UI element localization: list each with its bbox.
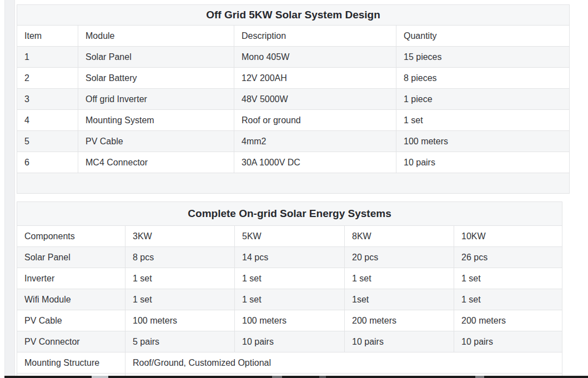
product-description-page: Off Grid 5KW Solar System Design Item Mo… (0, 0, 588, 378)
column-header-8kw: 8KW (345, 226, 454, 247)
column-header-10kw: 10KW (454, 226, 562, 247)
column-header-3kw: 3KW (125, 226, 235, 247)
ongrid-solar-table: Complete On-grid Solar Energy Systems Co… (17, 201, 562, 378)
table-cell: 1 set (345, 268, 454, 289)
table-row: PV Cable 100 meters 100 meters 200 meter… (17, 310, 562, 331)
table-cell: PV Cable (78, 131, 234, 152)
table-row: 6 MC4 Connector 30A 1000V DC 10 pairs (17, 152, 570, 173)
table-cell: 4mm2 (234, 131, 396, 152)
column-header-module: Module (78, 26, 234, 47)
table-cell: 30A 1000V DC (234, 152, 396, 173)
table-cell: 48V 5000W (234, 89, 396, 110)
table-cell: 1 set (125, 289, 235, 310)
table-cell: 1set (345, 289, 454, 310)
column-header-row: Components 3KW 5KW 8KW 10KW (17, 226, 562, 247)
table-row: PV Connector 5 pairs 10 pairs 10 pairs 1… (17, 331, 562, 352)
table-cell: Off grid Inverter (78, 89, 234, 110)
table-cell: 1 (17, 47, 78, 68)
table-cell: PV Connector (17, 331, 125, 352)
column-header-description: Description (234, 26, 396, 47)
column-header-item: Item (17, 26, 78, 47)
table-title-row: Complete On-grid Solar Energy Systems (17, 202, 562, 226)
table-cell: Mounting Structure (17, 352, 125, 374)
table-cell: 8 pieces (396, 68, 570, 89)
table-cell: Mono 405W (234, 47, 396, 68)
table-cell: 1 set (396, 110, 570, 131)
table-cell: 200 meters (454, 310, 562, 331)
offgrid-table-title: Off Grid 5KW Solar System Design (17, 5, 570, 26)
table-cell: 1 set (235, 268, 345, 289)
table-cell: 100 meters (125, 310, 235, 331)
cropped-image-band-segment (475, 376, 484, 378)
empty-spacer-row (17, 173, 570, 194)
table-cell: 200 meters (345, 310, 454, 331)
table-cell: MC4 Connector (78, 152, 234, 173)
table-cell: 12V 200AH (234, 68, 396, 89)
table-cell: 8 pcs (125, 247, 235, 268)
offgrid-solar-table: Off Grid 5KW Solar System Design Item Mo… (17, 4, 570, 194)
column-header-quantity: Quantity (396, 26, 570, 47)
table-row: Wifi Module 1 set 1 set 1set 1 set (17, 289, 562, 310)
cropped-image-band-segment (272, 376, 282, 378)
table-cell: Solar Panel (78, 47, 234, 68)
column-header-components: Components (17, 226, 125, 247)
table-cell: 10 pairs (454, 331, 562, 352)
table-cell: 2 (17, 68, 78, 89)
cropped-image-band-segment (92, 376, 108, 378)
table-cell: Roof/Ground, Customized Optional (125, 352, 562, 374)
table-cell: 10 pairs (345, 331, 454, 352)
mounting-structure-row: Mounting Structure Roof/Ground, Customiz… (17, 352, 562, 374)
table-cell: 5 pairs (125, 331, 235, 352)
table-cell: 10 pairs (396, 152, 570, 173)
table-cell: 5 (17, 131, 78, 152)
table-cell: Inverter (17, 268, 125, 289)
table-row: 4 Mounting System Roof or ground 1 set (17, 110, 570, 131)
table-cell: 1 set (454, 268, 562, 289)
table-cell: 20 pcs (345, 247, 454, 268)
table-cell: 1 set (125, 268, 235, 289)
table-cell: 1 piece (396, 89, 570, 110)
table-cell: 4 (17, 110, 78, 131)
table-cell: Solar Panel (17, 247, 125, 268)
table-cell: Roof or ground (234, 110, 396, 131)
cropped-image-band-segment (319, 376, 326, 378)
ongrid-table-title: Complete On-grid Solar Energy Systems (17, 202, 562, 226)
table-row: Solar Panel 8 pcs 14 pcs 20 pcs 26 pcs (17, 247, 562, 268)
table-row: 2 Solar Battery 12V 200AH 8 pieces (17, 68, 570, 89)
table-cell: Solar Battery (78, 68, 234, 89)
table-cell: 1 set (454, 289, 562, 310)
column-header-5kw: 5KW (235, 226, 345, 247)
table-cell: 100 meters (396, 131, 570, 152)
left-margin-strip (4, 0, 15, 378)
table-cell: Mounting System (78, 110, 234, 131)
table-row: Inverter 1 set 1 set 1 set 1 set (17, 268, 562, 289)
table-row: 3 Off grid Inverter 48V 5000W 1 piece (17, 89, 570, 110)
table-cell: 10 pairs (235, 331, 345, 352)
table-cell: 15 pieces (396, 47, 570, 68)
table-cell: Wifi Module (17, 289, 125, 310)
table-cell: 1 set (235, 289, 345, 310)
table-row: 1 Solar Panel Mono 405W 15 pieces (17, 47, 570, 68)
table-cell: 3 (17, 89, 78, 110)
column-header-row: Item Module Description Quantity (17, 26, 570, 47)
cropped-image-band (4, 376, 588, 378)
empty-spacer-cell (17, 173, 570, 194)
table-cell: 26 pcs (454, 247, 562, 268)
table-row: 5 PV Cable 4mm2 100 meters (17, 131, 570, 152)
table-cell: 100 meters (235, 310, 345, 331)
table-title-row: Off Grid 5KW Solar System Design (17, 5, 570, 26)
table-cell: 6 (17, 152, 78, 173)
table-cell: 14 pcs (235, 247, 345, 268)
table-cell: PV Cable (17, 310, 125, 331)
